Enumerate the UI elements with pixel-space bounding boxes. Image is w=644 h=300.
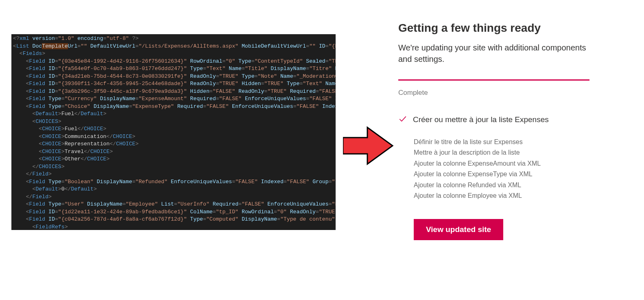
task-sub-item: Ajouter la colonne Refunded via XML bbox=[414, 180, 589, 191]
code-line: <Field ID="{1d22ea11-1e32-424e-89ab-9fed… bbox=[11, 208, 336, 216]
code-line: <CHOICES> bbox=[11, 118, 336, 126]
code-line: <CHOICE>Representation</CHOICE> bbox=[11, 140, 336, 148]
code-line: <Field Type="User" DisplayName="Employee… bbox=[11, 201, 336, 208]
code-line: <Field Type="Choice" DisplayName="Expens… bbox=[11, 103, 336, 111]
code-line: <Default>0</Default> bbox=[11, 186, 336, 193]
code-line: <CHOICE>Travel</CHOICE> bbox=[11, 148, 336, 156]
progress-panel: Getting a few things ready We're updatin… bbox=[398, 22, 589, 240]
task-sub-item: Définir le titre de la liste sur Expense… bbox=[414, 137, 589, 147]
code-line: <Fields> bbox=[11, 50, 336, 58]
arrow-icon bbox=[343, 125, 394, 166]
code-line: </Field> bbox=[11, 193, 336, 201]
code-line: <CHOICE>Fuel</CHOICE> bbox=[11, 125, 336, 133]
task-sub-item: Ajouter la colonne ExpenseAmount via XML bbox=[414, 158, 589, 169]
xml-code-editor: <?xml version="1.0" encoding="utf-8" ?><… bbox=[11, 34, 336, 230]
svg-marker-0 bbox=[343, 127, 393, 164]
panel-subtext: We're updating your site with additional… bbox=[398, 42, 589, 65]
panel-heading: Getting a few things ready bbox=[398, 22, 589, 35]
task-sub-item: Mettre à jour la description de la liste bbox=[414, 147, 589, 158]
checkmark-icon bbox=[398, 115, 407, 125]
task-row: Créer ou mettre à jour la liste Expenses bbox=[398, 114, 589, 125]
code-line: <CHOICE>Other</CHOICE> bbox=[11, 155, 336, 163]
code-line: <Field ID="{34ad21eb-75bd-4544-8c73-0e08… bbox=[11, 73, 336, 81]
code-line: <CHOICE>Communication</CHOICE> bbox=[11, 133, 336, 141]
status-label: Complete bbox=[398, 89, 589, 97]
code-line: <?xml version="1.0" encoding="utf-8" ?> bbox=[11, 35, 336, 43]
code-line: <Field ID="{03e45e84-1992-4d42-9116-26f7… bbox=[11, 58, 336, 66]
code-line: <Field Type="Currency" DisplayName="Expe… bbox=[11, 95, 336, 103]
code-line: <Default>Fuel</Default> bbox=[11, 110, 336, 118]
code-line: <Field ID="{c042a256-787d-4a6f-8a8a-cf6a… bbox=[11, 216, 336, 223]
progress-bar bbox=[398, 79, 589, 81]
task-sub-item: Ajouter la colonne Employee via XML bbox=[414, 191, 589, 201]
view-updated-site-button[interactable]: View updated site bbox=[414, 219, 503, 240]
code-line: </CHOICES> bbox=[11, 163, 336, 171]
code-line: <Field ID="{39360f11-34cf-4356-9945-25c4… bbox=[11, 80, 336, 88]
code-line: <Field Type="Boolean" DisplayName="Refun… bbox=[11, 178, 336, 186]
code-line: <List DocTemplateUrl="" DefaultViewUrl="… bbox=[11, 43, 336, 50]
code-line: <Field ID="{3a6b296c-3f50-445c-a13f-9c67… bbox=[11, 88, 336, 96]
code-line: </Field> bbox=[11, 171, 336, 178]
task-sub-list: Définir le titre de la liste sur Expense… bbox=[398, 137, 589, 201]
code-line: <FieldRefs> bbox=[11, 223, 336, 230]
task-sub-item: Ajouter la colonne ExpenseType via XML bbox=[414, 169, 589, 180]
task-title: Créer ou mettre à jour la liste Expenses bbox=[413, 114, 549, 125]
code-line: <Field ID="{fa564e0f-0c70-4ab9-b863-0177… bbox=[11, 65, 336, 73]
